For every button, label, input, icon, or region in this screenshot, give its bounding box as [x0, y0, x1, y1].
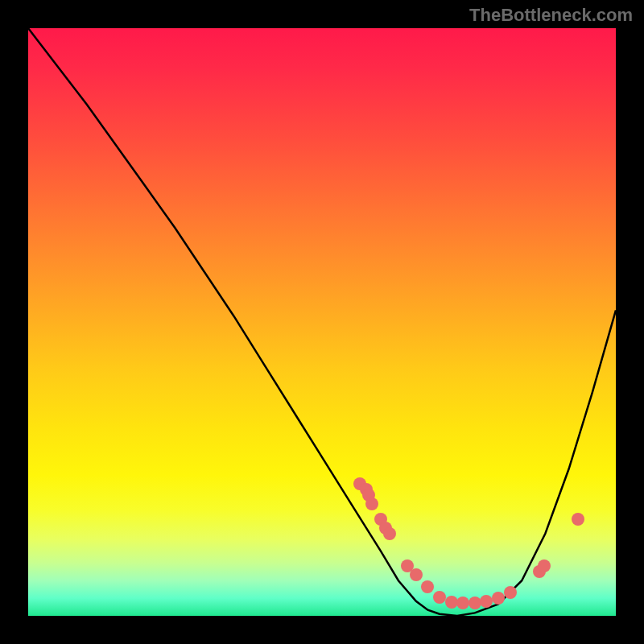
data-marker [445, 596, 458, 609]
data-marker [504, 586, 517, 599]
data-marker [421, 580, 434, 593]
data-marker [469, 597, 481, 609]
data-marker [572, 513, 584, 526]
data-marker [492, 592, 505, 605]
data-marker [538, 559, 551, 572]
data-marker [365, 497, 378, 510]
data-marker [456, 597, 469, 609]
plot-area [28, 28, 616, 616]
data-marker [410, 568, 423, 581]
data-marker [383, 527, 396, 540]
data-marker [480, 595, 493, 608]
data-marker [433, 591, 446, 604]
watermark-text: TheBottleneck.com [469, 5, 633, 26]
data-markers-layer [28, 28, 616, 616]
